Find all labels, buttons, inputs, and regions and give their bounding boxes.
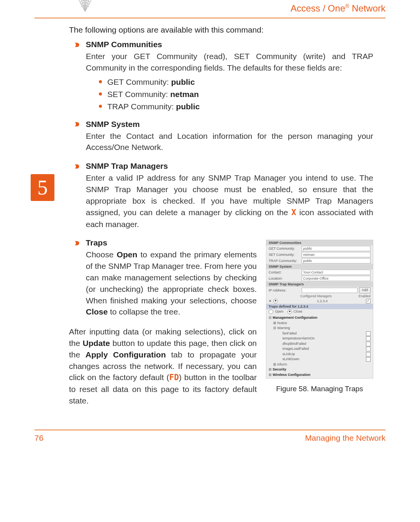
fig-input-ip[interactable] [302,288,358,293]
fig-heading-trap-managers: SNMP Trap Managers [266,282,373,287]
fig-leaf-slinkup: sLinkUp [282,352,295,357]
section-snmp-system-title: SNMP System [86,120,373,129]
fig-node-security[interactable]: ⊞ Security [269,367,371,372]
fig-checkbox[interactable] [366,331,371,336]
fig-leaf-imageload: imageLoadFailed [282,346,309,352]
section-traps-title: Traps [86,238,257,247]
fig-node-inform[interactable]: ⊞ Inform [269,362,371,367]
fig-radio-close[interactable] [287,310,292,314]
fig-col-enabled: Enabled [359,294,371,298]
fig-label-set: SET Community: [269,253,300,257]
header-brand-text: Access / One® Network [290,3,386,14]
fig-input-contact[interactable]: Your-Contact [302,270,371,275]
fig-label-get: GET Community: [269,247,300,250]
bullet-icon [74,238,84,247]
fig-node-wireless[interactable]: ⊞ Wireless Configuration [269,372,371,378]
section-traps-body: Choose Open to expand the primary elemen… [86,249,257,318]
fig-checkbox[interactable] [366,336,371,341]
fig-col-configured: Configured Managers [300,294,332,298]
figure-caption: Figure 58. Managing Traps [266,385,373,393]
figure-panel: SNMP Communities GET Community:public SE… [266,240,373,379]
brand-logo-icon [77,0,94,14]
fig-checkbox-enabled[interactable] [366,299,371,303]
dot-icon [99,105,102,108]
dot-icon [99,92,102,96]
bullet-icon [74,120,84,128]
footer-section-title: Managing the Network [305,433,386,443]
bullet-icon [74,40,84,49]
fig-label-trap: TRAP Community: [269,259,300,263]
fig-row-ip: 1.2.3.4 [317,299,328,303]
fig-heading-communities: SNMP Communities [266,240,373,245]
fig-delete-x-icon[interactable]: ✕ [269,299,272,303]
fig-checkbox[interactable] [366,357,371,362]
chapter-tab: 5 [31,174,54,201]
fig-checkbox[interactable] [366,352,371,357]
after-paragraph: After inputting data (or making selectio… [69,326,257,407]
fig-input-get[interactable]: public [302,246,371,251]
intro-text: The following options are available with… [69,25,373,35]
dot-icon [99,80,102,83]
sub-item-set-community: SET Community: netman [99,90,373,99]
fig-input-set[interactable]: netman [302,252,371,257]
footer-page-number: 76 [34,433,43,443]
fig-node-notice[interactable]: ⊞ Notice [269,321,371,326]
fig-heading-system: SNMP System [266,264,373,269]
bullet-icon [74,161,84,170]
section-snmp-communities-title: SNMP Communities [86,40,373,49]
section-snmp-communities-body: Enter your GET Community (read), SET Com… [86,51,373,74]
x-icon: X [291,208,296,217]
fig-add-button[interactable]: Add [359,287,371,293]
section-snmp-trap-managers-title: SNMP Trap Managers [86,161,373,171]
fig-radio-open[interactable] [269,310,273,314]
fig-leaf-slinkdown: sLinkDown [282,357,299,362]
fig-checkbox[interactable] [366,342,371,346]
fig-node-warning[interactable]: ⊟ Warning [269,326,371,331]
section-snmp-trap-managers-body: Enter a valid IP address for any SNMP Tr… [86,172,373,230]
section-snmp-system-body: Enter the Contact and Location informati… [86,130,373,153]
fig-input-trap[interactable]: public [302,258,371,263]
fig-leaf-fanfailed: fanFailed [282,331,297,336]
fig-leaf-temperature: temperatureAlarmOn [282,336,315,341]
fig-input-location[interactable]: Corporate-Office [302,276,371,281]
fig-node-management[interactable]: ⊟ Management Configuration [269,315,371,321]
fig-label-location: Location: [269,277,300,280]
fig-leaf-dhcp: dhcpBindFailed [282,341,306,347]
fig-radio-selected[interactable] [273,299,278,303]
fd-icon: FD [169,373,179,382]
fig-label-ip: IP Address: [269,288,300,292]
page-header: Access / One® Network [34,0,386,18]
fig-label-contact: Contact: [269,270,300,274]
fig-heading-traps-defined: Traps defined for 1.2.3.4 [266,304,373,309]
fig-checkbox[interactable] [366,347,371,351]
sub-item-trap-community: TRAP Community: public [99,102,373,111]
sub-item-get-community: GET Community: public [99,77,373,87]
page-footer: 76 Managing the Network [34,430,386,443]
